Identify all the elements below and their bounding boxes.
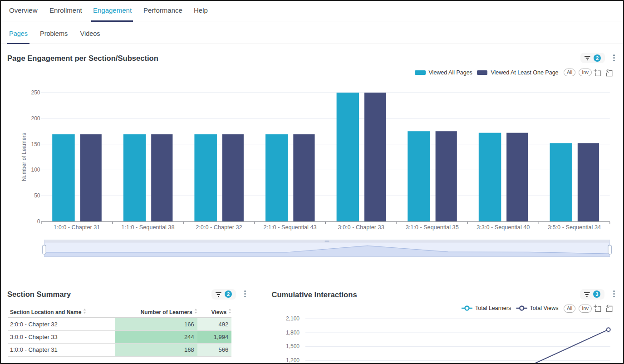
svg-text:0: 0 [37,218,40,225]
svg-text:1,500: 1,500 [286,343,300,349]
svg-text:2,100: 2,100 [286,315,300,322]
svg-text:100: 100 [31,167,40,173]
svg-text:3:3:0 - Sequential 40: 3:3:0 - Sequential 40 [477,224,530,231]
svg-text:50: 50 [34,192,40,199]
svg-text:3:1:0 - Sequential 35: 3:1:0 - Sequential 35 [406,224,459,231]
svg-text:2:0:0 - Chapter 32: 2:0:0 - Chapter 32 [196,224,242,231]
svg-text:2:1:0 - Sequential 43: 2:1:0 - Sequential 43 [263,224,316,231]
svg-text:1,200: 1,200 [286,357,300,364]
svg-text:250: 250 [31,89,40,96]
svg-text:3:5:0 - Sequential 34: 3:5:0 - Sequential 34 [548,224,601,231]
svg-text:1,800: 1,800 [286,330,300,336]
svg-text:1:1:0 - Sequential 38: 1:1:0 - Sequential 38 [121,224,174,231]
svg-text:Number of Learners: Number of Learners [21,133,27,182]
svg-text:3:0:0 - Chapter 33: 3:0:0 - Chapter 33 [338,224,384,231]
svg-text:1:0:0 - Chapter 31: 1:0:0 - Chapter 31 [54,224,100,231]
svg-text:150: 150 [31,141,40,148]
svg-text:200: 200 [31,115,40,122]
